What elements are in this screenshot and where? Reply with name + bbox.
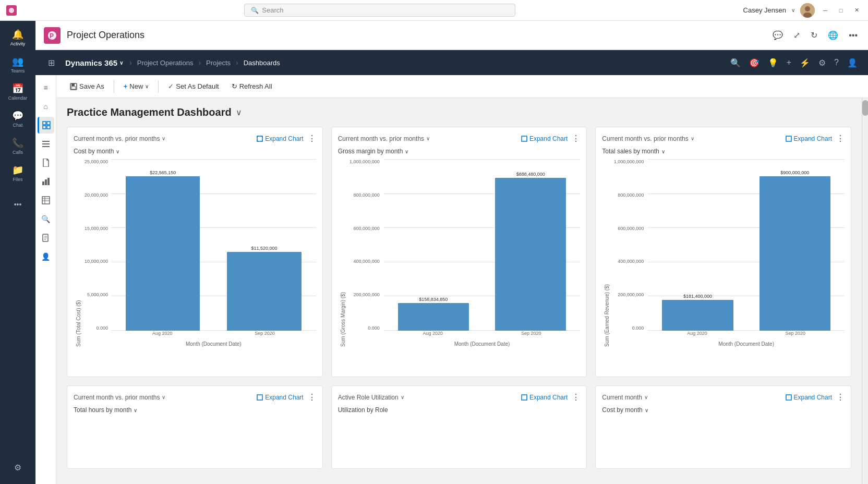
x-label: Sep 2020 [482, 331, 580, 341]
plus-icon: + [124, 82, 128, 90]
expand-chart-button-2[interactable]: Expand Chart [521, 135, 568, 142]
expand-chart-button-6[interactable]: Expand Chart [786, 394, 832, 401]
nav-help-icon[interactable]: ? [830, 55, 843, 70]
search-box[interactable]: 🔍 Search [244, 4, 515, 17]
sidebar-item-activity[interactable]: 🔔 Activity [5, 25, 30, 50]
chart-filter-1[interactable]: Current month vs. prior months ∨ [74, 135, 165, 142]
chart-subtitle-4[interactable]: Total hours by month ∨ [74, 406, 316, 414]
nav-target-icon[interactable]: 🎯 [745, 55, 764, 71]
chevron-down-icon: ∨ [401, 394, 404, 400]
inner-nav-users[interactable]: 👤 [38, 248, 54, 265]
sidebar-item-more[interactable]: ••• [5, 192, 30, 217]
refresh-icon-btn[interactable]: ↻ [809, 28, 819, 42]
sidebar-item-calendar[interactable]: 📅 Calendar [5, 79, 30, 104]
scrollbar-thumb[interactable] [862, 100, 868, 116]
expand-chart-button-4[interactable]: Expand Chart [257, 394, 303, 401]
chart-filter-4[interactable]: Current month vs. prior months ∨ [74, 394, 165, 401]
svg-rect-26 [71, 87, 76, 89]
nav-bulb-icon[interactable]: 💡 [764, 55, 782, 71]
nav-bar: ⊞ Dynamics 365 ∨ › Project Operations › … [35, 50, 868, 75]
nav-search-icon[interactable]: 🔍 [726, 55, 745, 71]
chart-subtitle-6[interactable]: Cost by month ∨ [602, 406, 845, 414]
filter-label-3: Current month vs. prior months [602, 135, 688, 142]
minimize-button[interactable]: ─ [820, 5, 830, 16]
y-tick: 15,000,000 [85, 226, 108, 231]
app-header-actions: 💬 ⤢ ↻ 🌐 ••• [770, 28, 860, 42]
y-tick: 10,000,000 [85, 259, 108, 264]
save-as-button[interactable]: Save As [65, 80, 110, 92]
new-button[interactable]: + New ∨ [118, 80, 154, 92]
nav-link-dashboards[interactable]: Dashboards [240, 59, 283, 67]
dashboard-chevron-icon[interactable]: ∨ [236, 107, 242, 117]
set-default-label: Set As Default [176, 82, 219, 90]
nav-grid-icon[interactable]: ⊞ [42, 58, 61, 68]
expand-icon-btn[interactable]: ⤢ [791, 28, 802, 42]
chart-filter-6[interactable]: Current month ∨ [602, 394, 648, 401]
svg-rect-11 [42, 143, 50, 144]
chevron-down-icon: ∨ [645, 407, 648, 413]
chart-subtitle-2[interactable]: Gross margin by month ∨ [338, 148, 581, 155]
inner-nav-chart[interactable] [38, 173, 54, 190]
svg-rect-15 [47, 178, 50, 185]
sidebar-item-teams[interactable]: 👥 Teams [5, 52, 30, 77]
chart-more-icon-6[interactable]: ⋮ [836, 392, 845, 402]
bar-3a [662, 300, 733, 331]
sidebar-item-files[interactable]: 📁 Files [5, 161, 30, 186]
bar-3b [760, 176, 830, 331]
chart-card-4: Current month vs. prior months ∨ Expand … [67, 385, 323, 469]
inner-nav-report[interactable] [38, 229, 54, 246]
nav-separator: › [129, 58, 132, 67]
chart-subtitle-3[interactable]: Total sales by month ∨ [602, 148, 845, 155]
nav-filter-icon[interactable]: ⚡ [795, 55, 814, 71]
inner-nav-home[interactable]: ⌂ [38, 98, 54, 115]
chart-subtitle-1[interactable]: Cost by month ∨ [74, 148, 316, 155]
svg-point-2 [805, 6, 810, 11]
nav-link-project-ops[interactable]: Project Operations [134, 59, 197, 67]
set-default-button[interactable]: ✓ Set As Default [163, 80, 224, 92]
dynamics-nav-title[interactable]: Dynamics 365 ∨ [61, 58, 127, 67]
refresh-button[interactable]: ↻ Refresh All [226, 80, 278, 92]
inner-left-nav: ≡ ⌂ 🔍 [35, 75, 56, 484]
nav-add-icon[interactable]: + [782, 55, 795, 70]
nav-link-projects[interactable]: Projects [203, 59, 234, 67]
sidebar-item-chat[interactable]: 💬 Chat [5, 106, 30, 131]
calendar-icon: 📅 [12, 83, 23, 94]
chart-filter-2[interactable]: Current month vs. prior months ∨ [338, 135, 430, 142]
chart-more-icon-4[interactable]: ⋮ [308, 392, 316, 402]
svg-rect-32 [786, 395, 791, 400]
sidebar-item-label: Activity [10, 41, 26, 46]
inner-nav-table[interactable] [38, 192, 54, 209]
avatar[interactable] [800, 3, 815, 18]
save-as-label: Save As [79, 82, 104, 90]
sidebar-item-settings[interactable]: ⚙ [5, 455, 30, 480]
nav-user-icon[interactable]: 👤 [843, 55, 862, 71]
right-scrollbar[interactable] [862, 98, 868, 484]
dashboard-title: Practice Management Dashboard [67, 106, 232, 118]
chart-filter-5[interactable]: Active Role Utilization ∨ [338, 394, 404, 401]
expand-chart-button-1[interactable]: Expand Chart [257, 135, 303, 142]
chart-more-icon-3[interactable]: ⋮ [836, 134, 845, 143]
nav-settings-icon[interactable]: ⚙ [814, 55, 830, 71]
inner-nav-search2[interactable]: 🔍 [38, 211, 54, 227]
expand-icon [786, 394, 792, 401]
chart-more-icon-5[interactable]: ⋮ [572, 392, 580, 402]
filter-label-6: Current month [602, 394, 642, 401]
inner-nav-menu[interactable]: ≡ [38, 79, 54, 96]
bar-group-2b: $888,480,000 [486, 159, 575, 331]
inner-nav-dashboard[interactable] [38, 117, 54, 134]
expand-chart-button-3[interactable]: Expand Chart [786, 135, 832, 142]
chart-filter-3[interactable]: Current month vs. prior months ∨ [602, 135, 694, 142]
more-options-icon-btn[interactable]: ••• [847, 29, 860, 42]
globe-icon-btn[interactable]: 🌐 [826, 28, 840, 42]
inner-nav-doc[interactable] [38, 154, 54, 171]
chart-more-icon-1[interactable]: ⋮ [308, 134, 316, 143]
chart-more-icon-2[interactable]: ⋮ [572, 134, 580, 143]
maximize-button[interactable]: □ [836, 5, 846, 16]
inner-nav-list[interactable] [38, 136, 54, 152]
comment-icon-btn[interactable]: 💬 [770, 28, 785, 42]
expand-chart-button-5[interactable]: Expand Chart [521, 394, 568, 401]
chevron-down-icon: ∨ [661, 149, 665, 154]
teams-icon: 👥 [12, 56, 23, 67]
close-button[interactable]: ✕ [851, 5, 862, 16]
sidebar-item-calls[interactable]: 📞 Calls [5, 134, 30, 159]
